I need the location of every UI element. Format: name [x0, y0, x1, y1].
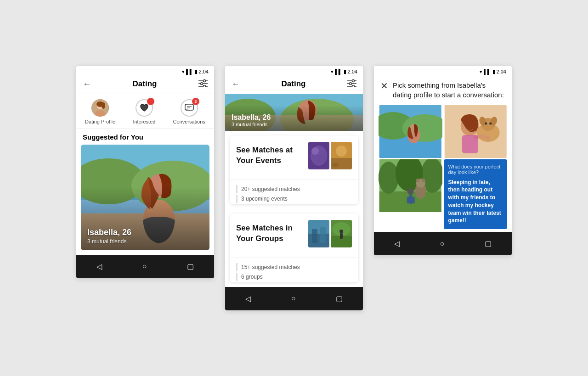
close-button[interactable]: ✕ [380, 81, 388, 90]
time-2: 2:04 [348, 69, 357, 74]
tab-dating-profile-icon-wrap [91, 99, 109, 117]
tab-conversations[interactable]: 3 Conversations [173, 99, 205, 124]
photo-grid: What does your perfect day look like? Sl… [374, 102, 512, 232]
groups-stat-2: 6 groups [236, 273, 358, 281]
photo-beach[interactable] [379, 105, 442, 158]
home-nav-3[interactable]: ○ [431, 238, 454, 250]
svg-rect-11 [185, 104, 193, 110]
photo-forest[interactable] [379, 159, 442, 212]
section-title-1: Suggested for You [76, 129, 214, 145]
back-nav-2[interactable]: ◁ [236, 292, 260, 305]
match-photos-groups [308, 220, 352, 247]
groups-stat-1: 15+ suggested matches [236, 263, 358, 271]
svg-point-65 [489, 122, 492, 124]
svg-point-24 [352, 79, 354, 82]
match-card-events[interactable]: See Matches at Your Events [230, 135, 358, 204]
match-card-groups[interactable]: See Matches in Your Groups [230, 213, 358, 282]
interested-badge [147, 98, 154, 105]
filter-button-1[interactable] [198, 79, 208, 89]
photo-selfie[interactable] [444, 105, 508, 158]
pick-prompt-text: Pick something from Isabella's dating pr… [393, 80, 505, 100]
svg-rect-75 [413, 197, 415, 203]
match-card-groups-text: See Matches in Your Groups [236, 223, 304, 243]
svg-point-38 [317, 155, 327, 164]
profile-photo-card[interactable]: Isabella, 26 3 mutual friends [81, 145, 209, 250]
tab-interested[interactable]: Interested [133, 99, 155, 124]
status-icons-1: ▾ ▌▌ ▮ 2:04 [182, 69, 209, 75]
match-header-mutual: 3 mutual friends [232, 122, 271, 127]
battery-icon-3: ▮ [492, 69, 495, 75]
wifi-icon-3: ▾ [480, 69, 482, 75]
tab-dating-profile-label: Dating Profile [85, 119, 115, 124]
battery-icon-2: ▮ [344, 69, 346, 75]
svg-point-79 [422, 179, 425, 182]
recents-nav-2[interactable]: ▢ [327, 292, 352, 305]
svg-rect-74 [407, 197, 409, 203]
back-button-2[interactable]: ← [232, 79, 240, 89]
svg-point-50 [339, 230, 343, 233]
match-card-events-inner: See Matches at Your Events [230, 135, 358, 176]
svg-rect-45 [312, 229, 317, 243]
svg-point-41 [336, 146, 347, 157]
svg-point-42 [332, 163, 339, 167]
status-icons-3: ▾ ▌▌ ▮ 2:04 [480, 69, 506, 75]
phone-screen-1: ▾ ▌▌ ▮ 2:04 ← Dating [76, 66, 214, 278]
filter-button-2[interactable] [347, 79, 356, 89]
profile-name: Isabella, 26 [87, 228, 131, 237]
screen2-title: Dating [282, 79, 306, 89]
qa-card[interactable]: What does your perfect day look like? Sl… [444, 159, 508, 230]
time-3: 2:04 [497, 69, 506, 74]
recents-nav-1[interactable]: ▢ [178, 260, 203, 273]
match-header-name: Isabella, 26 [232, 113, 271, 122]
match-card-groups-title: See Matches in Your Groups [236, 223, 304, 243]
status-bar-2: ▾ ▌▌ ▮ 2:04 [225, 66, 363, 76]
back-button-1[interactable]: ← [83, 79, 91, 89]
svg-rect-44 [308, 234, 329, 247]
svg-point-1 [203, 79, 205, 82]
tab-conversations-label: Conversations [173, 119, 205, 124]
status-icons-2: ▾ ▌▌ ▮ 2:04 [331, 69, 357, 75]
tab-interested-label: Interested [133, 119, 155, 124]
svg-point-78 [416, 179, 420, 182]
match-header-info: Isabella, 26 3 mutual friends [232, 113, 271, 127]
home-nav-2[interactable]: ○ [282, 292, 305, 304]
event-thumb-2 [331, 142, 352, 169]
back-nav-1[interactable]: ◁ [87, 260, 111, 273]
profile-mutual: 3 mutual friends [87, 238, 131, 245]
match-photos-events [308, 142, 352, 169]
match-card-groups-stats: 15+ suggested matches 6 groups [230, 258, 358, 281]
tab-interested-icon-wrap [135, 99, 153, 117]
events-stat-1: 20+ suggested matches [236, 185, 358, 193]
qa-question: What does your perfect day look like? [448, 164, 503, 175]
bottom-bar-3: ◁ ○ ▢ [374, 232, 512, 255]
top-nav-2: ← Dating [225, 76, 363, 94]
phone-screen-2: ▾ ▌▌ ▮ 2:04 ← Dating [225, 66, 363, 310]
svg-point-37 [311, 147, 319, 155]
recents-nav-3[interactable]: ▢ [475, 237, 501, 250]
svg-point-28 [352, 85, 354, 87]
qa-answer: Sleeping in late, then heading out with … [448, 179, 503, 225]
photo-info: Isabella, 26 3 mutual friends [87, 228, 131, 245]
match-card-groups-inner: See Matches in Your Groups [230, 213, 358, 254]
wifi-icon: ▾ [182, 69, 185, 75]
screens-container: ▾ ▌▌ ▮ 2:04 ← Dating [58, 48, 530, 329]
status-bar-1: ▾ ▌▌ ▮ 2:04 [76, 66, 214, 76]
svg-point-5 [203, 85, 205, 87]
svg-rect-46 [320, 227, 326, 243]
time-1: 2:04 [199, 69, 209, 74]
bottom-bar-2: ◁ ○ ▢ [225, 287, 363, 310]
events-stat-2: 3 upcoming events [236, 195, 358, 203]
match-card-events-title: See Matches at Your Events [236, 145, 304, 165]
group-thumb-1 [308, 220, 329, 247]
tab-dating-profile[interactable]: Dating Profile [85, 99, 115, 124]
back-nav-3[interactable]: ◁ [385, 237, 409, 250]
phone-screen-3: ▾ ▌▌ ▮ 2:04 ✕ Pick something from Isabel… [374, 66, 512, 256]
top-nav-1: ← Dating [76, 76, 214, 94]
home-nav-1[interactable]: ○ [133, 260, 156, 272]
svg-rect-66 [462, 135, 478, 153]
wifi-icon-2: ▾ [331, 69, 334, 75]
match-header-card: Isabella, 26 3 mutual friends [225, 94, 363, 131]
signal-icon: ▌▌ [186, 69, 193, 74]
svg-point-72 [407, 188, 414, 195]
svg-rect-73 [409, 195, 413, 204]
